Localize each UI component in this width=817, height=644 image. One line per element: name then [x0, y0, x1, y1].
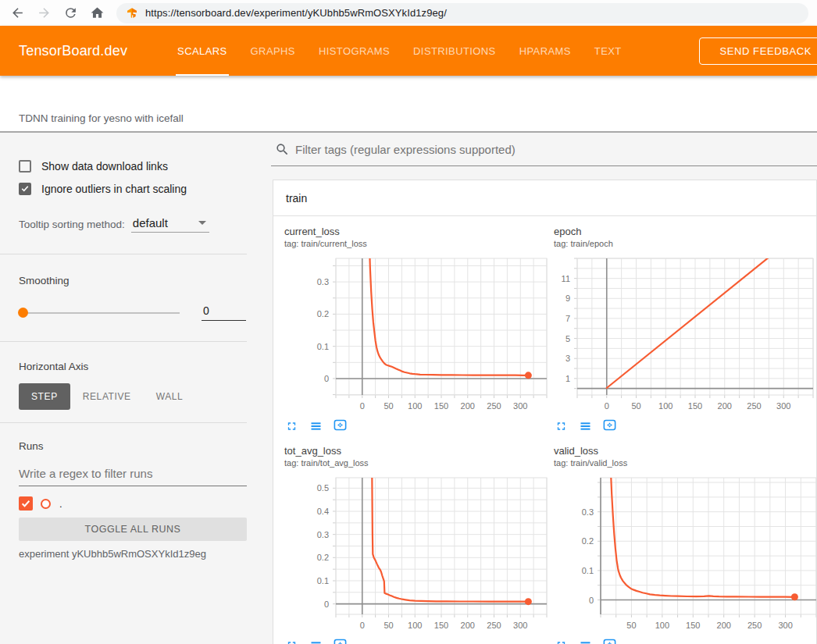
experiment-title-row: TDNN training for yesno with icefall [0, 76, 817, 133]
svg-text:150: 150 [688, 401, 702, 411]
chart-toolbar [554, 418, 816, 432]
chart-toolbar [554, 637, 816, 644]
tab-histograms[interactable]: HISTOGRAMS [307, 26, 401, 76]
svg-text:0: 0 [324, 374, 329, 383]
chart-tag: tag: train/tot_avg_loss [284, 458, 554, 468]
run-name: . [59, 498, 62, 510]
svg-text:0.3: 0.3 [317, 530, 329, 539]
svg-text:0: 0 [589, 596, 594, 605]
chart-plot-tot_avg_loss[interactable]: 05010015020025030000.10.20.30.40.5 [284, 471, 554, 632]
svg-text:200: 200 [718, 401, 732, 411]
fit-domain-icon[interactable] [333, 637, 348, 644]
chart-card-current_loss: current_losstag: train/current_loss05010… [284, 226, 554, 432]
svg-text:7: 7 [565, 314, 570, 323]
svg-text:150: 150 [686, 621, 700, 630]
toggle-all-runs-button[interactable]: TOGGLE ALL RUNS [19, 518, 247, 541]
axis-button-step[interactable]: STEP [19, 383, 70, 410]
ignore-outliers-label: Ignore outliers in chart scaling [41, 183, 187, 195]
runs-label: Runs [19, 440, 247, 452]
home-icon[interactable] [90, 5, 105, 20]
experiment-id-line: experiment yKUbhb5wRmOSXYkId1z9eg [19, 548, 247, 560]
fit-domain-icon[interactable] [333, 418, 348, 432]
chart-tag: tag: train/current_loss [284, 239, 554, 248]
send-feedback-button[interactable]: SEND FEEDBACK [699, 37, 817, 65]
chart-plot-current_loss[interactable]: 05010015020025030000.10.20.3 [284, 252, 554, 413]
svg-text:0: 0 [360, 401, 365, 411]
svg-text:0.2: 0.2 [317, 309, 329, 318]
fullscreen-icon[interactable] [284, 418, 299, 432]
show-download-links-label: Show data download links [41, 160, 168, 173]
axis-button-wall[interactable]: WALL [144, 383, 196, 410]
axis-button-relative[interactable]: RELATIVE [70, 383, 144, 410]
svg-text:250: 250 [747, 621, 762, 630]
svg-text:250: 250 [487, 621, 501, 630]
forward-icon[interactable] [37, 5, 52, 20]
show-download-links-row[interactable]: Show data download links [19, 158, 247, 174]
reload-icon[interactable] [63, 5, 78, 20]
fit-domain-icon[interactable] [602, 418, 617, 432]
back-icon[interactable] [10, 5, 25, 20]
svg-text:0: 0 [605, 401, 609, 411]
svg-text:0: 0 [360, 621, 365, 630]
filter-tags-input[interactable]: Filter tags (regular expressions support… [271, 133, 817, 166]
runs-selector-icon[interactable] [309, 418, 323, 432]
svg-text:100: 100 [408, 401, 422, 411]
runs-selector-icon[interactable] [578, 418, 593, 432]
svg-text:250: 250 [487, 401, 501, 411]
chart-plot-valid_loss[interactable]: 5010015020025030000.10.20.3 [554, 471, 816, 632]
horizontal-axis-buttons: STEPRELATIVEWALL [19, 383, 247, 410]
tab-graphs[interactable]: GRAPHS [239, 26, 307, 76]
svg-text:0.2: 0.2 [582, 536, 594, 546]
run-row: . [19, 496, 247, 511]
charts-grid: current_losstag: train/current_loss05010… [273, 216, 816, 644]
tensorboard-favicon [126, 7, 138, 20]
tab-hparams[interactable]: HPARAMS [508, 26, 583, 76]
nav-tabs: SCALARSGRAPHSHISTOGRAMSDISTRIBUTIONSHPAR… [166, 26, 633, 76]
svg-text:50: 50 [384, 621, 393, 630]
tooltip-sorting-select[interactable]: default [131, 216, 209, 233]
svg-text:11: 11 [562, 274, 570, 283]
svg-text:300: 300 [778, 621, 792, 630]
tab-text[interactable]: TEXT [583, 26, 633, 76]
svg-text:200: 200 [461, 621, 475, 630]
svg-text:150: 150 [434, 401, 448, 411]
svg-text:0.1: 0.1 [582, 566, 594, 575]
ignore-outliers-checkbox[interactable] [19, 183, 31, 195]
main-panel: Filter tags (regular expressions support… [271, 133, 817, 644]
svg-text:5: 5 [565, 334, 570, 343]
fullscreen-icon[interactable] [554, 418, 569, 432]
chart-plot-epoch[interactable]: 0501001502002503001357911 [554, 252, 816, 413]
fit-domain-icon[interactable] [602, 637, 617, 644]
runs-filter-input[interactable]: Write a regex to filter runs [19, 467, 247, 486]
train-section-header[interactable]: train [273, 180, 816, 216]
chart-card-tot_avg_loss: tot_avg_losstag: train/tot_avg_loss05010… [284, 445, 554, 644]
runs-selector-icon[interactable] [578, 637, 593, 644]
smoothing-value-input[interactable]: 0 [202, 304, 246, 321]
svg-text:0.3: 0.3 [582, 507, 594, 517]
show-download-links-checkbox[interactable] [19, 160, 31, 173]
chart-title: current_loss [284, 226, 554, 237]
smoothing-slider-thumb[interactable] [18, 308, 28, 318]
svg-text:100: 100 [655, 621, 669, 630]
runs-selector-icon[interactable] [309, 637, 323, 644]
ignore-outliers-row[interactable]: Ignore outliers in chart scaling [19, 180, 247, 197]
chart-card-valid_loss: valid_losstag: train/valid_loss501001502… [554, 445, 816, 644]
address-bar[interactable]: https://tensorboard.dev/experiment/yKUbh… [116, 3, 808, 23]
svg-text:200: 200 [717, 621, 731, 630]
svg-text:3: 3 [565, 354, 570, 363]
fullscreen-icon[interactable] [284, 637, 299, 644]
settings-sidebar: Show data download links Ignore outliers… [0, 133, 271, 644]
tab-scalars[interactable]: SCALARS [166, 26, 239, 76]
chart-title: valid_loss [554, 445, 816, 457]
search-icon [275, 142, 290, 157]
chart-card-epoch: epochtag: train/epoch0501001502002503001… [554, 226, 816, 432]
browser-toolbar: https://tensorboard.dev/experiment/yKUbh… [0, 0, 817, 26]
smoothing-slider[interactable] [19, 312, 180, 314]
run-checkbox[interactable] [19, 496, 33, 511]
fullscreen-icon[interactable] [554, 637, 569, 644]
svg-text:50: 50 [626, 621, 636, 630]
experiment-title: TDNN training for yesno with icefall [19, 112, 184, 124]
tab-distributions[interactable]: DISTRIBUTIONS [401, 26, 508, 76]
app-brand: TensorBoard.dev [19, 43, 127, 59]
svg-text:0.1: 0.1 [317, 342, 329, 351]
